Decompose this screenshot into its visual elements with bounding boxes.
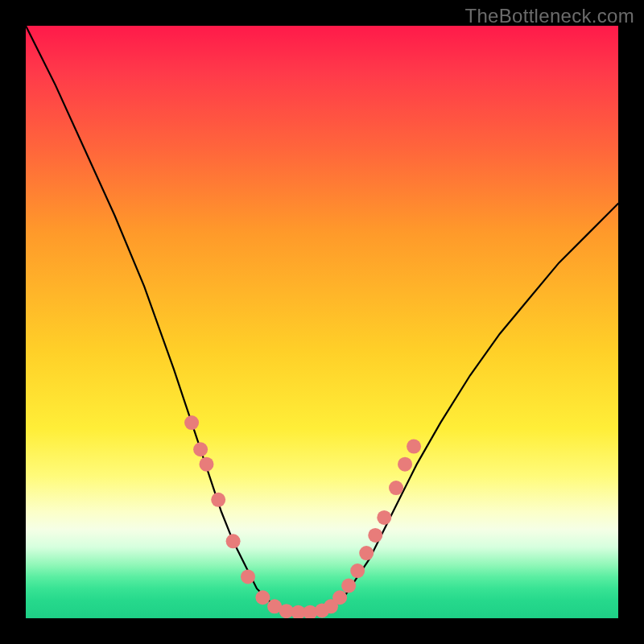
watermark-label: TheBottleneck.com: [464, 5, 634, 27]
curve-marker: [377, 510, 391, 525]
curve-marker: [398, 457, 412, 472]
curve-marker: [211, 493, 225, 507]
chart-svg-layer: [26, 26, 618, 618]
curve-marker: [193, 442, 208, 456]
curve-marker: [359, 546, 374, 560]
curve-marker: [407, 440, 421, 454]
curve-marker: [199, 457, 213, 472]
curve-marker: [341, 579, 356, 593]
curve-marker: [368, 528, 382, 543]
curve-marker: [332, 590, 347, 605]
curve-marker: [255, 590, 270, 605]
curve-marker: [241, 569, 255, 584]
curve-marker: [350, 564, 365, 578]
bottleneck-curve: [26, 26, 618, 613]
curve-marker: [226, 534, 241, 548]
curve-marker: [184, 415, 199, 430]
curve-marker: [389, 481, 403, 495]
curve-markers-group: [184, 415, 421, 618]
chart-area: [26, 26, 618, 618]
